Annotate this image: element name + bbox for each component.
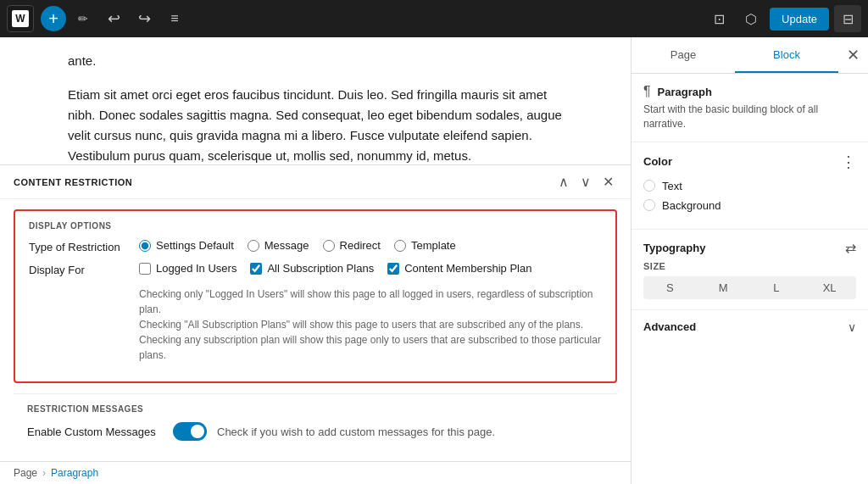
checkbox-logged-in-label: Logged In Users: [156, 262, 236, 275]
tab-block[interactable]: Block: [735, 37, 838, 73]
display-options-label: DISPLAY OPTIONS: [29, 221, 602, 231]
collapse-down-button[interactable]: ∨: [577, 172, 594, 192]
radio-template[interactable]: Template: [394, 239, 456, 252]
display-options-box: DISPLAY OPTIONS Type of Restriction Sett…: [14, 209, 617, 383]
close-section-button[interactable]: ✕: [599, 172, 617, 192]
color-section: Color ⋮ Text Background: [632, 142, 868, 230]
checkbox-all-plans-input[interactable]: [250, 263, 262, 275]
size-label: SIZE: [643, 261, 856, 271]
tools-menu-button[interactable]: ≡: [161, 5, 188, 32]
size-buttons: S M L XL: [643, 276, 856, 299]
radio-redirect-input[interactable]: [323, 240, 335, 252]
tab-page[interactable]: Page: [632, 37, 735, 73]
restriction-messages-title: RESTRICTION MESSAGES: [27, 404, 604, 414]
type-of-restriction-label: Type of Restriction: [29, 239, 139, 253]
collapse-up-button[interactable]: ∧: [555, 172, 572, 192]
update-button[interactable]: Update: [770, 8, 829, 31]
radio-message-input[interactable]: [248, 240, 259, 252]
breadcrumb-paragraph[interactable]: Paragraph: [51, 467, 98, 479]
advanced-header[interactable]: Advanced ∨: [643, 320, 856, 334]
color-text-option: Text: [643, 180, 856, 192]
radio-message[interactable]: Message: [248, 239, 309, 252]
sidebar-close-button[interactable]: ✕: [838, 37, 868, 73]
block-info-section: ¶ Paragraph Start with the basic buildin…: [632, 74, 868, 142]
typography-section: Typography ⇄ SIZE S M L XL: [632, 230, 868, 310]
size-s-button[interactable]: S: [643, 276, 697, 299]
radio-template-input[interactable]: [394, 240, 406, 252]
typography-reset-button[interactable]: ⇄: [845, 240, 856, 256]
enable-custom-toggle[interactable]: [173, 422, 207, 441]
breadcrumb-separator: ›: [42, 467, 46, 479]
color-text-label[interactable]: Text: [662, 180, 682, 192]
radio-settings-default[interactable]: Settings Default: [139, 239, 234, 252]
checkbox-membership-plan[interactable]: Content Membership Plan: [387, 262, 531, 275]
typography-header: Typography ⇄: [643, 240, 856, 256]
paragraph-2[interactable]: Etiam sit amet orci eget eros faucibus t…: [68, 85, 563, 164]
color-background-option: Background: [643, 199, 856, 212]
display-for-checkboxes: Logged In Users All Subscription Plans C…: [139, 262, 602, 275]
size-l-button[interactable]: L: [750, 276, 804, 299]
color-section-menu-button[interactable]: ⋮: [841, 153, 856, 171]
color-background-label[interactable]: Background: [662, 199, 721, 212]
content-restriction-title: CONTENT RESTRICTION: [14, 177, 132, 187]
checkbox-membership-plan-label: Content Membership Plan: [404, 262, 531, 275]
site-logo[interactable]: W: [7, 5, 34, 32]
radio-redirect-label: Redirect: [340, 239, 381, 252]
advanced-title: Advanced: [643, 320, 696, 333]
add-block-button[interactable]: +: [41, 6, 66, 31]
type-of-restriction-options: Settings Default Message Redirect T: [139, 239, 456, 252]
sidebar-tabs: Page Block ✕: [632, 37, 868, 74]
size-m-button[interactable]: M: [697, 276, 750, 299]
content-restriction-bar: CONTENT RESTRICTION ∧ ∨ ✕: [0, 164, 631, 198]
redo-button[interactable]: ↪: [131, 5, 158, 32]
radio-template-label: Template: [411, 239, 456, 252]
pen-tool-button[interactable]: ✏: [70, 5, 97, 32]
paragraph-icon: ¶: [643, 84, 651, 99]
block-title: Paragraph: [658, 86, 712, 98]
radio-settings-default-input[interactable]: [139, 240, 151, 252]
type-of-restriction-row: Type of Restriction Settings Default Mes…: [29, 239, 602, 253]
main-layout: ante. Etiam sit amet orci eget eros fauc…: [0, 37, 868, 484]
color-section-title: Color: [643, 155, 672, 168]
toggle-slider: [173, 422, 207, 441]
advanced-section: Advanced ∨: [632, 310, 868, 344]
radio-redirect[interactable]: Redirect: [323, 239, 381, 252]
paragraph-1[interactable]: ante.: [68, 51, 563, 71]
enable-custom-row: Enable Custom Messages Check if you wish…: [27, 422, 604, 441]
editor-area: ante. Etiam sit amet orci eget eros fauc…: [0, 37, 631, 484]
external-link-button[interactable]: ⬡: [737, 5, 765, 32]
display-for-row: Display For Logged In Users All Subscrip…: [29, 262, 602, 363]
display-for-label: Display For: [29, 262, 139, 276]
help-text-block: Checking only "Logged In Users" will sho…: [139, 287, 602, 363]
advanced-chevron-icon: ∨: [848, 320, 856, 334]
right-sidebar: Page Block ✕ ¶ Paragraph Start with the …: [631, 37, 868, 484]
help-text-3: Checking any subscription plan will show…: [139, 332, 602, 363]
checkbox-logged-in-input[interactable]: [139, 263, 151, 275]
editor-content: ante. Etiam sit amet orci eget eros fauc…: [0, 37, 631, 164]
color-background-circle: [643, 199, 655, 211]
undo-button[interactable]: ↩: [100, 5, 127, 32]
breadcrumb-page[interactable]: Page: [14, 467, 37, 479]
section-controls: ∧ ∨ ✕: [555, 172, 617, 192]
color-section-header: Color ⋮: [643, 153, 856, 171]
help-text-1: Checking only "Logged In Users" will sho…: [139, 287, 602, 317]
display-for-content: Logged In Users All Subscription Plans C…: [139, 262, 602, 363]
content-restriction-body: DISPLAY OPTIONS Type of Restriction Sett…: [0, 198, 631, 461]
help-text-2: Checking "All Subscription Plans" will s…: [139, 317, 602, 332]
breadcrumb-bar: Page › Paragraph: [0, 461, 631, 484]
size-xl-button[interactable]: XL: [803, 276, 856, 299]
checkbox-membership-plan-input[interactable]: [387, 263, 399, 275]
preview-button[interactable]: ⊡: [705, 5, 732, 32]
toolbar: W + ✏ ↩ ↪ ≡ ⊡ ⬡ Update ⊟: [0, 0, 868, 37]
logo-letter: W: [15, 13, 25, 25]
enable-custom-label: Enable Custom Messages: [27, 426, 163, 438]
block-info-header: ¶ Paragraph: [643, 84, 856, 99]
enable-custom-help: Check if you wish to add custom messages…: [217, 426, 495, 438]
typography-title: Typography: [643, 242, 705, 254]
checkbox-all-plans[interactable]: All Subscription Plans: [250, 262, 374, 275]
checkbox-logged-in[interactable]: Logged In Users: [139, 262, 236, 275]
restriction-messages: RESTRICTION MESSAGES Enable Custom Messa…: [14, 393, 617, 451]
radio-message-label: Message: [264, 239, 309, 252]
settings-panel-button[interactable]: ⊟: [834, 5, 861, 32]
block-description: Start with the basic building block of a…: [643, 103, 856, 131]
